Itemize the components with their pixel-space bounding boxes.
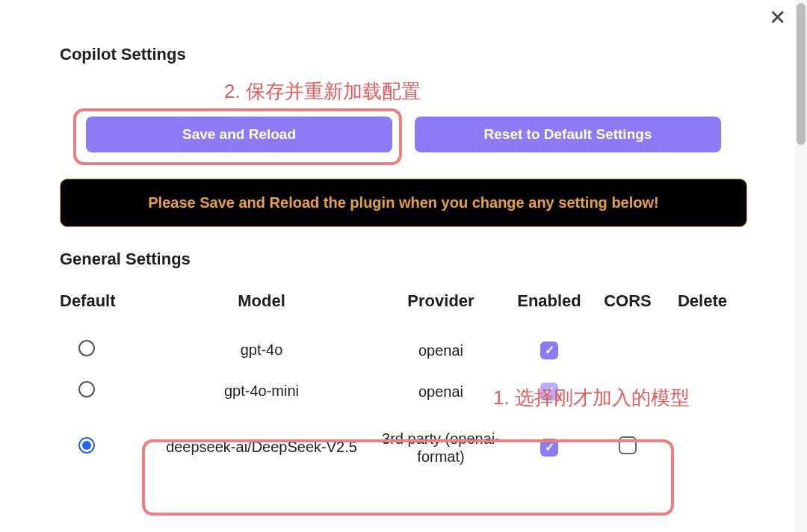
col-header-provider: Provider: [374, 291, 508, 311]
save-reload-button[interactable]: Save and Reload: [86, 117, 392, 152]
annotation-step1-text: 1. 选择刚才加入的模型: [493, 385, 690, 411]
warning-banner: Please Save and Reload the plugin when y…: [60, 179, 747, 227]
enabled-checkbox[interactable]: ✓: [540, 439, 558, 457]
model-cell: gpt-4o-mini: [149, 383, 374, 400]
close-icon[interactable]: ✕: [769, 7, 786, 28]
cors-checkbox[interactable]: [619, 436, 637, 454]
provider-cell: 3rd party (openai-format): [374, 430, 508, 466]
scrollbar-thumb[interactable]: [797, 3, 806, 145]
default-radio[interactable]: [78, 340, 95, 356]
scrollbar-track[interactable]: [795, 0, 807, 532]
enabled-checkbox[interactable]: ✓: [540, 341, 558, 359]
default-radio[interactable]: [78, 437, 95, 454]
col-header-cors: CORS: [590, 291, 665, 311]
provider-cell: openai: [374, 341, 508, 359]
model-cell: deepseek-ai/DeepSeek-V2.5: [149, 439, 374, 456]
default-radio[interactable]: [78, 381, 95, 398]
col-header-model: Model: [149, 291, 374, 311]
table-row: gpt-4o openai ✓: [60, 330, 747, 371]
general-settings-heading: General Settings: [60, 250, 747, 269]
col-header-delete: Delete: [665, 291, 740, 311]
model-cell: gpt-4o: [149, 341, 374, 359]
provider-cell: openai: [374, 383, 508, 400]
reset-defaults-button[interactable]: Reset to Default Settings: [415, 117, 721, 152]
page-title: Copilot Settings: [60, 45, 747, 64]
col-header-enabled: Enabled: [508, 291, 590, 311]
annotation-step2-text: 2. 保存并重新加载配置: [224, 78, 421, 105]
table-row: deepseek-ai/DeepSeek-V2.5 3rd party (ope…: [60, 412, 747, 483]
col-header-default: Default: [60, 291, 149, 311]
